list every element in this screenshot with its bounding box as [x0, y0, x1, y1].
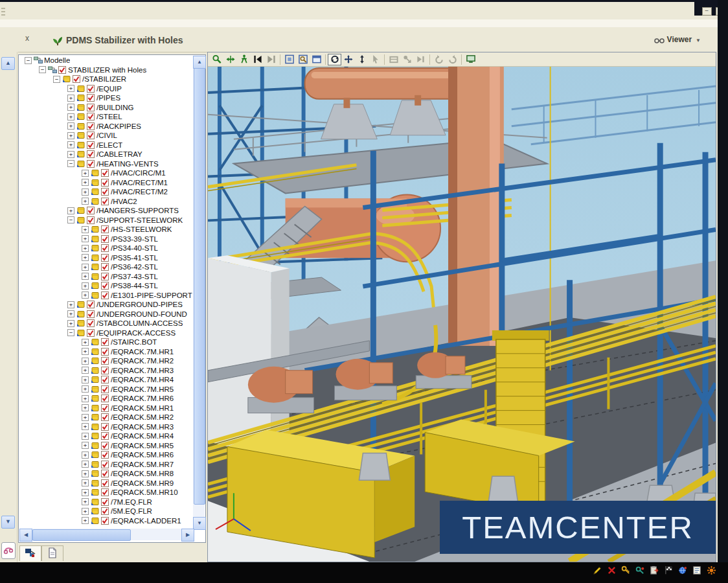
expand-expander[interactable]: + — [82, 498, 89, 505]
toolbar-grip-icon[interactable] — [1, 6, 6, 17]
scroll-up-button[interactable]: ▲ — [193, 56, 206, 69]
visibility-checkbox[interactable] — [101, 507, 109, 515]
expand-expander[interactable]: + — [82, 423, 89, 430]
visibility-checkbox[interactable] — [101, 451, 109, 459]
visibility-checkbox[interactable] — [87, 113, 95, 120]
visibility-checkbox[interactable] — [87, 104, 95, 111]
expand-expander[interactable]: + — [67, 141, 74, 148]
tree-item[interactable]: −STABILIZER with Holes — [19, 65, 193, 75]
zoom-vertical-button[interactable] — [355, 54, 369, 65]
expand-expander[interactable]: + — [67, 122, 74, 130]
pencil-icon[interactable] — [593, 566, 602, 575]
visibility-checkbox[interactable] — [101, 198, 109, 205]
visibility-checkbox[interactable] — [87, 207, 95, 214]
tree-item-label[interactable]: /EQUIP — [97, 85, 122, 93]
visibility-checkbox[interactable] — [101, 235, 109, 243]
scrollbar-thumb[interactable] — [194, 68, 205, 505]
tree-item-label[interactable]: /RACKPIPES — [97, 122, 141, 130]
fit-all-button[interactable] — [282, 54, 296, 65]
visibility-checkbox[interactable] — [101, 282, 109, 290]
collapse-expander[interactable]: − — [39, 66, 46, 73]
expand-expander[interactable]: + — [82, 385, 89, 393]
tree-item[interactable]: +/RACKPIPES — [19, 122, 193, 131]
document-tab[interactable] — [41, 545, 63, 561]
visibility-checkbox[interactable] — [101, 179, 109, 187]
key-teal-icon[interactable] — [635, 566, 645, 575]
rotate-button[interactable] — [328, 54, 341, 65]
scroll-down-button[interactable]: ▼ — [193, 517, 206, 530]
tree-item[interactable]: +/EQRACK.5M.HR2 — [19, 413, 193, 422]
visibility-checkbox[interactable] — [87, 216, 95, 224]
tree-item-label[interactable]: /PS36-42-STL — [111, 263, 158, 271]
delete-icon[interactable] — [607, 566, 617, 575]
minimize-button[interactable]: – — [702, 7, 712, 16]
expand-expander[interactable]: + — [82, 489, 89, 496]
expand-expander[interactable]: + — [82, 170, 89, 177]
visibility-checkbox[interactable] — [87, 94, 95, 102]
tree-item[interactable]: +/UNDERGROUND-PIPES — [19, 300, 193, 310]
zoom-area-button[interactable] — [296, 54, 310, 65]
visibility-checkbox[interactable] — [101, 517, 109, 525]
tree-item-label[interactable]: /EQRACK.5M.HR9 — [111, 479, 174, 487]
tree-item-label[interactable]: /EQRACK.7M.HR2 — [111, 357, 174, 365]
key-gold-icon[interactable] — [621, 566, 631, 575]
visibility-checkbox[interactable] — [101, 394, 109, 402]
expand-expander[interactable]: + — [82, 179, 89, 186]
tree-item[interactable]: +/EQRACK.5M.HR9 — [19, 479, 193, 488]
tree-item-label[interactable]: /EQRACK.5M.HR3 — [111, 423, 174, 431]
visibility-checkbox[interactable] — [101, 292, 109, 299]
walk-button[interactable] — [237, 54, 251, 65]
expand-expander[interactable]: + — [67, 151, 74, 158]
tree-item[interactable]: +/EQRACK.5M.HR4 — [19, 431, 193, 441]
tree-item[interactable]: −/EQUIPRACK-ACCESS — [19, 328, 193, 338]
tree-item[interactable]: +/EQRACK.5M.HR3 — [19, 422, 193, 432]
expand-expander[interactable]: + — [67, 207, 74, 214]
tree-item-label[interactable]: /CABLETRAY — [97, 150, 142, 158]
expand-expander[interactable]: + — [67, 301, 74, 308]
tree-item-label[interactable]: /STABCOLUMN-ACCESS — [97, 319, 183, 327]
tree-item-label[interactable]: /EQRACK.5M.HR10 — [111, 488, 178, 496]
tree-item[interactable]: +/EQRACK.5M.HR5 — [19, 441, 193, 451]
tree-item[interactable]: +/EQRACK.7M.HR5 — [19, 385, 193, 394]
tree-item[interactable]: +/EQRACK.7M.HR3 — [19, 366, 193, 376]
visibility-checkbox[interactable] — [73, 75, 80, 83]
visibility-checkbox[interactable] — [101, 273, 109, 280]
expand-expander[interactable]: + — [67, 95, 74, 102]
tree-item-label[interactable]: /HEATING-VENTS — [97, 160, 159, 168]
expand-expander[interactable]: + — [82, 273, 89, 280]
pan-button[interactable] — [341, 54, 355, 65]
pan-horizontal-button[interactable] — [223, 54, 237, 65]
full-screen-button[interactable] — [464, 54, 477, 65]
expand-expander[interactable]: + — [67, 104, 74, 111]
expand-expander[interactable]: + — [82, 452, 89, 459]
expand-expander[interactable]: + — [82, 339, 89, 346]
tree-item-label[interactable]: /EQRACK.7M.HR4 — [111, 376, 174, 383]
visibility-checkbox[interactable] — [58, 66, 66, 74]
tree-item-label[interactable]: /5M.EQ.FLR — [111, 507, 152, 515]
tree-item-label[interactable]: /7M.EQ.FLR — [111, 498, 152, 506]
tree-item[interactable]: +/PS35-41-STL — [19, 253, 193, 263]
expand-expander[interactable]: + — [82, 433, 89, 440]
tree-item[interactable]: +/EQRACK-LADDER1 — [19, 516, 193, 526]
tree-item[interactable]: +/PS36-42-STL — [19, 262, 193, 272]
expand-expander[interactable]: + — [82, 461, 89, 468]
tree-item-label[interactable]: /HVAC/CIRC/M1 — [111, 169, 166, 177]
expand-expander[interactable]: + — [67, 132, 74, 139]
visibility-checkbox[interactable] — [101, 348, 109, 356]
visibility-checkbox[interactable] — [101, 367, 109, 374]
tree-item-label[interactable]: /PIPES — [97, 94, 120, 102]
visibility-checkbox[interactable] — [101, 338, 109, 346]
zoom-in-button[interactable] — [210, 54, 223, 65]
visibility-checkbox[interactable] — [87, 329, 95, 337]
tree-item-label[interactable]: /PS38-44-STL — [111, 282, 158, 290]
tree-item[interactable]: +/EQRACK.7M.HR1 — [19, 347, 193, 357]
expand-expander[interactable]: + — [82, 245, 89, 252]
tree-vertical-scrollbar[interactable]: ▲ ▼ — [193, 56, 205, 529]
structure-tab[interactable] — [19, 545, 41, 561]
visibility-checkbox[interactable] — [87, 122, 95, 130]
visibility-checkbox[interactable] — [101, 169, 109, 177]
expand-expander[interactable]: + — [82, 198, 89, 205]
tree-item[interactable]: +/PS38-44-STL — [19, 281, 193, 291]
expand-expander[interactable]: + — [82, 226, 89, 233]
tree-item-label[interactable]: /UNDERGROUND-PIPES — [97, 301, 183, 308]
